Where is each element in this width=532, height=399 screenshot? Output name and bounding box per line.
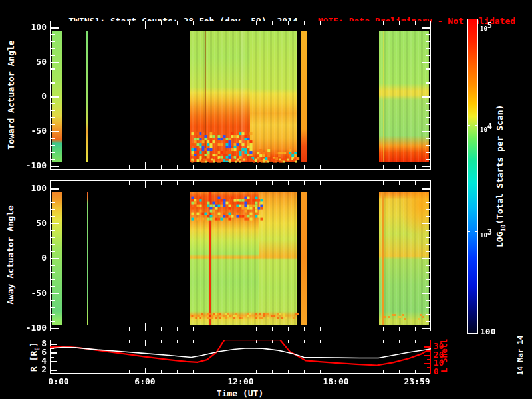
spectrogram-texture — [250, 31, 298, 162]
axis-tick — [288, 327, 289, 331]
axis-tick — [161, 327, 162, 331]
ytick-label-away: 100 — [17, 183, 47, 193]
axis-tick — [51, 272, 55, 273]
axis-tick — [368, 340, 369, 343]
axis-tick — [129, 21, 130, 25]
axis-tick — [177, 327, 178, 331]
axis-tick — [415, 340, 416, 343]
axis-tick — [336, 340, 337, 346]
axis-tick — [320, 21, 321, 25]
axis-tick — [368, 165, 369, 169]
axis-tick — [82, 327, 83, 331]
axis-tick — [422, 131, 430, 132]
axis-tick — [426, 202, 430, 203]
axis-tick — [426, 48, 430, 49]
axis-tick — [51, 314, 55, 315]
colorbar — [467, 19, 478, 334]
axis-tick — [256, 181, 257, 185]
axis-tick — [368, 370, 369, 373]
axis-tick — [177, 181, 178, 185]
axis-tick — [241, 21, 242, 29]
axis-tick — [272, 340, 273, 343]
axis-tick — [51, 131, 59, 132]
axis-tick — [161, 370, 162, 373]
axis-tick — [304, 165, 305, 169]
axis-tick — [426, 68, 430, 70]
axis-tick — [209, 370, 210, 373]
axis-tick — [82, 21, 83, 25]
ytick-label-toward: 50 — [17, 57, 47, 66]
axis-tick — [225, 340, 226, 343]
axis-tick — [51, 216, 55, 217]
x-axis-label: Time (UT) — [207, 388, 273, 398]
axis-tick — [415, 370, 416, 373]
axis-tick — [336, 162, 337, 169]
axis-tick — [129, 181, 130, 185]
axis-tick — [304, 327, 305, 331]
axis-tick — [336, 181, 337, 188]
axis-tick — [51, 145, 55, 146]
axis-tick — [304, 340, 305, 343]
axis-tick — [51, 251, 55, 253]
axis-tick — [426, 244, 430, 245]
axis-tick — [336, 21, 337, 29]
axis-tick — [51, 196, 55, 197]
spectrogram-texture — [259, 192, 297, 325]
axis-tick — [51, 62, 59, 63]
axis-tick — [272, 327, 273, 331]
axis-tick — [129, 340, 130, 343]
axis-tick — [82, 370, 83, 373]
axis-tick — [383, 21, 384, 25]
colorbar-label-prefix: LOG — [495, 231, 505, 247]
axis-tick — [98, 21, 99, 25]
axis-tick — [225, 327, 226, 331]
axis-tick — [145, 340, 146, 346]
axis-tick — [209, 181, 210, 185]
spectrogram-vline — [383, 31, 384, 162]
colorbar-tick-exp: 4 — [487, 122, 492, 131]
axis-tick — [51, 41, 55, 43]
axis-tick — [51, 370, 57, 371]
axis-tick — [145, 162, 146, 169]
colorbar-label-suffix: (Total Starts per Scan) — [495, 105, 505, 225]
spectrogram-block-toward — [301, 31, 307, 162]
colorbar-tick-base: 10 — [480, 25, 487, 32]
axis-tick — [193, 370, 194, 373]
axis-tick — [467, 125, 470, 126]
axis-tick — [177, 165, 178, 169]
ytick-label-away: -100 — [17, 323, 47, 332]
xtick-label: 0:00 — [37, 376, 80, 386]
axis-tick — [177, 21, 178, 25]
axis-tick — [161, 340, 162, 343]
axis-tick — [475, 125, 477, 126]
axis-tick — [51, 230, 55, 231]
axis-tick — [82, 181, 83, 185]
axis-tick — [98, 327, 99, 331]
axis-tick — [51, 344, 57, 345]
axis-tick — [415, 181, 416, 185]
axis-tick — [51, 321, 55, 323]
axis-tick — [426, 196, 430, 197]
spectrogram-block-toward — [86, 31, 88, 162]
axis-tick — [51, 138, 55, 139]
axis-tick — [320, 340, 321, 343]
axis-tick — [426, 145, 430, 146]
axis-tick — [383, 370, 384, 373]
axis-tick — [98, 181, 99, 185]
axis-tick — [51, 286, 55, 287]
figure: TWINS1: Start Counts: 28 Feb (day 59), 2… — [0, 0, 532, 399]
colorbar-tick-exp: 3 — [487, 227, 492, 237]
axis-tick — [51, 27, 59, 29]
axis-tick — [114, 165, 115, 169]
spectrogram-block-away — [301, 192, 307, 325]
axis-tick — [399, 21, 400, 25]
axis-tick — [320, 370, 321, 373]
axis-tick — [422, 258, 430, 259]
colorbar-tick-label: 105 — [480, 21, 492, 33]
axis-tick — [256, 165, 257, 169]
ytick-label-toward: -100 — [17, 160, 47, 170]
axis-tick — [66, 327, 67, 331]
xtick-label: 12:00 — [219, 376, 262, 386]
axis-tick — [368, 327, 369, 331]
axis-tick — [193, 327, 194, 331]
